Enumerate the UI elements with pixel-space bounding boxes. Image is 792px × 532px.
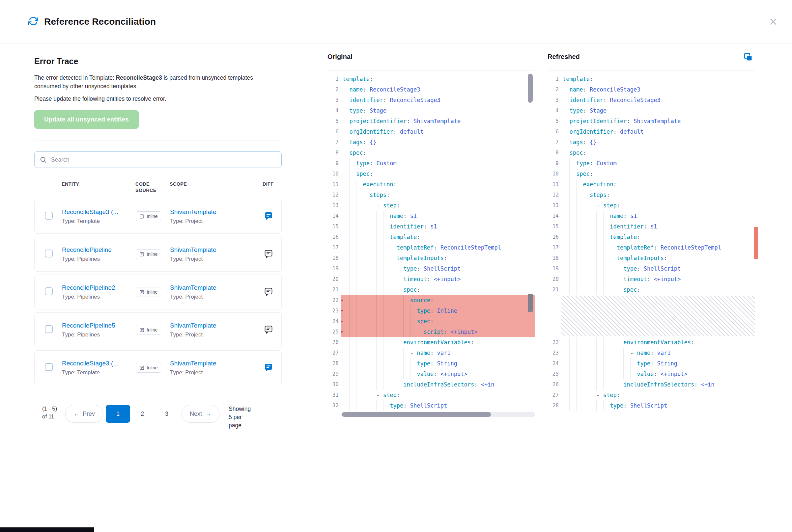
- inline-source-icon: [140, 214, 144, 219]
- header-entity: ENTITY: [61, 181, 135, 194]
- search-icon: [39, 156, 47, 163]
- line-number: 11: [548, 179, 559, 190]
- code-line: 21spec:: [328, 284, 535, 295]
- diff-viewer: Original 1template:2name: ReconcileStage…: [328, 43, 755, 430]
- code-line: 4type: Stage: [548, 105, 755, 116]
- inline-source-icon: [140, 252, 144, 257]
- entity-checkbox[interactable]: [45, 249, 53, 258]
- header-diff: DIFF: [262, 181, 282, 194]
- original-panel-header: Original: [328, 43, 535, 71]
- line-number: 25: [328, 327, 339, 337]
- section-divider: [34, 140, 282, 141]
- code-line: 26environmentVariables:: [328, 337, 535, 348]
- scope-type-label: Type: Project: [170, 369, 263, 376]
- view-diff-button[interactable]: [263, 362, 274, 374]
- dialog-title: Reference Reconciliation: [44, 17, 156, 27]
- view-diff-button[interactable]: [263, 248, 274, 261]
- entity-name-link[interactable]: ReconcilePipeline2: [62, 284, 136, 291]
- scope-type-label: Type: Project: [170, 294, 263, 300]
- line-number: 3: [548, 95, 559, 105]
- code-line: 30includeInfraSelectors: <+in: [328, 379, 535, 390]
- error-template-name: ReconcileStage3: [116, 74, 162, 81]
- page-2-button[interactable]: 2: [130, 405, 154, 423]
- line-number: 2: [328, 84, 339, 95]
- entity-checkbox[interactable]: [45, 287, 53, 295]
- page-1-button[interactable]: 1: [106, 405, 130, 423]
- diff-note-icon: [263, 249, 273, 259]
- line-number: 3: [328, 95, 339, 105]
- line-number: 9: [548, 158, 559, 169]
- code-line: 6orgIdentifier: default: [328, 127, 535, 137]
- line-number: 17: [328, 242, 339, 253]
- code-line: 16template:: [328, 232, 535, 242]
- line-number: 16: [548, 232, 559, 242]
- code-line: 6orgIdentifier: default: [548, 127, 755, 137]
- code-line: 22source:: [328, 295, 535, 305]
- next-button[interactable]: Next→: [182, 405, 219, 423]
- line-number: 28: [328, 358, 339, 369]
- prev-button[interactable]: ←Prev: [65, 405, 103, 423]
- code-line: 11execution:: [328, 179, 535, 190]
- scope-link[interactable]: ShivamTemplate: [170, 246, 263, 253]
- entity-name-link[interactable]: ReconcilePipeline: [62, 246, 136, 253]
- line-number: 22: [328, 295, 339, 305]
- scope-link[interactable]: ShivamTemplate: [170, 284, 263, 291]
- error-description-text: The error detected in Template:: [34, 74, 116, 81]
- update-all-button[interactable]: Update all unsynced entities: [34, 110, 139, 129]
- search-input[interactable]: [34, 151, 282, 168]
- search-box: [34, 151, 282, 168]
- code-line: 28type: ShellScript: [548, 400, 755, 411]
- entity-name-link[interactable]: ReconcileStage3 (...: [62, 360, 136, 367]
- code-line: 25script: <+input>: [328, 327, 535, 337]
- page-3-button[interactable]: 3: [154, 405, 179, 423]
- line-number: 19: [548, 263, 559, 274]
- line-number: 4: [548, 105, 559, 116]
- entity-name-link[interactable]: ReconcileStage3 (...: [62, 208, 136, 216]
- code-line: 17templateRef: ReconcileStepTempl: [328, 242, 535, 253]
- line-number: 26: [328, 337, 339, 348]
- line-number: 10: [548, 169, 559, 179]
- inline-source-icon: [140, 290, 144, 294]
- line-number: 1: [328, 74, 339, 84]
- scope-type-label: Type: Project: [170, 331, 263, 338]
- entity-type-label: Type: Pipelines: [62, 331, 136, 338]
- diff-note-icon: [263, 362, 273, 372]
- close-button[interactable]: [766, 15, 780, 28]
- inline-source-icon: [140, 327, 144, 332]
- view-diff-button[interactable]: [263, 210, 274, 223]
- entity-name-link[interactable]: ReconcilePipeline5: [62, 322, 136, 329]
- pagination-range-label: (1 - 5) of 11: [42, 405, 62, 421]
- view-diff-button[interactable]: [263, 286, 274, 298]
- reference-reconciliation-dialog: Reference Reconciliation Error Trace The…: [0, 0, 792, 430]
- entity-checkbox[interactable]: [45, 212, 53, 220]
- line-number: 2: [548, 84, 559, 95]
- scope-link[interactable]: ShivamTemplate: [170, 360, 263, 367]
- arrow-right-icon: →: [205, 411, 211, 417]
- copy-icon: [743, 52, 753, 62]
- error-trace-panel: Error Trace The error detected in Templa…: [34, 43, 282, 430]
- view-diff-button[interactable]: [263, 324, 274, 336]
- scope-link[interactable]: ShivamTemplate: [170, 322, 263, 329]
- original-code[interactable]: 1template:2name: ReconcileStage33identif…: [328, 71, 535, 411]
- scope-link[interactable]: ShivamTemplate: [170, 208, 263, 216]
- code-line: 16template:: [548, 232, 755, 242]
- line-number: 28: [548, 400, 559, 411]
- line-number: 17: [548, 242, 559, 253]
- refreshed-code[interactable]: 1template:2name: ReconcileStage33identif…: [548, 71, 755, 411]
- entity-checkbox[interactable]: [45, 363, 53, 371]
- vertical-scrollbar-thumb[interactable]: [528, 74, 533, 103]
- page-buttons: 123: [106, 405, 179, 423]
- diff-note-icon: [263, 211, 273, 221]
- next-label: Next: [190, 411, 202, 417]
- code-line: 13- step:: [328, 200, 535, 211]
- refreshed-title: Refreshed: [548, 53, 580, 61]
- line-number: 12: [548, 190, 559, 200]
- entity-row: ReconcilePipelineType: PipelinesInlineSh…: [34, 237, 282, 271]
- code-line: 23type: Inline: [328, 305, 535, 316]
- entity-checkbox[interactable]: [45, 325, 53, 333]
- horizontal-scrollbar-thumb[interactable]: [342, 412, 491, 417]
- copy-button[interactable]: [741, 50, 755, 64]
- code-source-badge: Inline: [136, 211, 161, 221]
- code-source-badge: Inline: [136, 287, 161, 297]
- horizontal-scrollbar[interactable]: [341, 412, 535, 417]
